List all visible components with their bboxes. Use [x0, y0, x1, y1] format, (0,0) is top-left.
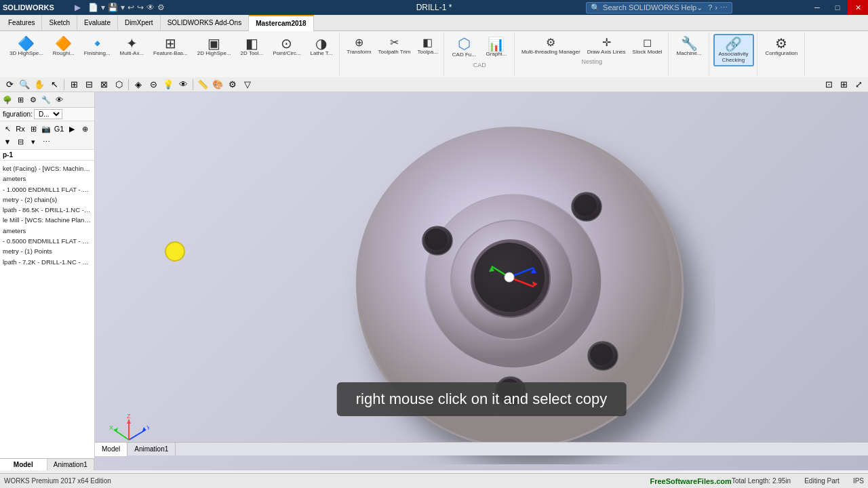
toolpath-trim-btn[interactable]: ✂ Toolpath Trim [376, 34, 414, 57]
tree-item-1[interactable]: ameters [1, 174, 93, 184]
display-style-icon[interactable]: ◈ [132, 78, 145, 92]
cad-fu-btn[interactable]: ⬡ CAD Fu... [448, 34, 480, 60]
status-branding: FreeSoftwareFiles.com [650, 477, 731, 485]
separator-1 [64, 79, 64, 90]
configuration-panel-icon[interactable]: ⚙ [27, 94, 39, 106]
machine-btn[interactable]: 🔧 Machine... [673, 34, 706, 59]
2dtool-icon: ◧ [245, 37, 258, 50]
open-icon[interactable]: ▾ [101, 3, 105, 12]
rx-icon[interactable]: Rx [14, 123, 26, 135]
tab-dimxpert[interactable]: DimXpert [118, 15, 161, 31]
stock-model-btn[interactable]: ◻ Stock Model [630, 34, 665, 57]
multithreading-btn[interactable]: ⚙ Multi-threading Manager [519, 34, 583, 57]
tree-item-3[interactable]: metry - (2) chain(s) [1, 195, 93, 205]
tree-item-7[interactable]: - 0.5000 ENDMILL1 FLAT - 1/2 FL... [1, 236, 93, 246]
expand-icon[interactable]: ⊕ [79, 123, 91, 135]
rebuild-icon[interactable]: ⚙ [157, 3, 165, 12]
maximize-button[interactable]: □ [827, 0, 848, 15]
tools-expand-icon[interactable]: ▼ [1, 136, 14, 148]
svg-text:Z: Z [127, 413, 131, 420]
vbtab-model[interactable]: Model [95, 443, 127, 456]
undo-icon[interactable]: ↩ [127, 3, 134, 12]
viewport-1-icon[interactable]: ⊡ [822, 78, 835, 92]
section-view-icon[interactable]: ⊝ [146, 78, 160, 92]
print-icon[interactable]: ▾ [121, 3, 125, 12]
help-icon[interactable]: ? [708, 3, 712, 12]
settings-icon[interactable]: ⚙ [226, 78, 239, 92]
hide-show-icon[interactable]: 👁 [176, 78, 190, 92]
tools2-icon[interactable]: ⊟ [14, 136, 26, 148]
tab-features[interactable]: Features [1, 15, 42, 31]
camera-icon[interactable]: 📷 [40, 123, 52, 135]
lighting-icon[interactable]: 💡 [161, 78, 175, 92]
roughing-btn[interactable]: 🔶 Roughi... [49, 34, 79, 59]
tab-model[interactable]: Model [0, 459, 47, 470]
display-manager-icon[interactable]: 👁 [53, 94, 65, 106]
minimize-button[interactable]: ─ [807, 0, 827, 15]
close-button[interactable]: ✕ [848, 0, 868, 15]
multiax-btn[interactable]: ✦ Multi-Ax... [116, 34, 149, 59]
redo-icon[interactable]: ↪ [137, 3, 144, 12]
tools3-icon[interactable]: ▾ [27, 136, 39, 148]
arrow-tool-icon[interactable]: ↖ [1, 123, 14, 135]
g1-icon[interactable]: G1 [53, 123, 65, 135]
tab-addons[interactable]: SOLIDWORKS Add-Ons [161, 15, 249, 31]
view-iso-icon[interactable]: ⬡ [112, 78, 125, 92]
zoom-icon[interactable]: 🔍 [18, 78, 31, 92]
tree-item-2[interactable]: - 1.0000 ENDMILL1 FLAT - 1 INCH [1, 184, 93, 195]
pointcirc-btn[interactable]: ⊙ Point/Circ... [269, 34, 304, 59]
cad-fu-icon: ⬡ [458, 37, 471, 52]
configuration-btn[interactable]: ⚙ Configuration [762, 34, 802, 59]
tree-item-0[interactable]: ket (Facing) - [WCS: Machine Pla [1, 163, 93, 174]
grid-icon[interactable]: ⊞ [27, 123, 39, 135]
tree-item-5[interactable]: le Mill - [WCS: Machine Plane] - [1, 215, 93, 225]
property-icon[interactable]: ⊞ [14, 94, 26, 106]
measure-icon[interactable]: 📏 [196, 78, 210, 92]
new-icon[interactable]: 📄 [88, 3, 98, 12]
tooltip-overlay: right mouse click on it and select copy [337, 382, 627, 416]
save-icon[interactable]: 💾 [108, 3, 118, 12]
dots-panel-icon[interactable]: ⋯ [40, 136, 52, 148]
view-front-icon[interactable]: ⊞ [67, 78, 81, 92]
2dtool-btn[interactable]: ◧ 2D Tool... [237, 34, 268, 59]
dots-icon[interactable]: ⋯ [720, 3, 728, 12]
tab-evaluate[interactable]: Evaluate [77, 15, 118, 31]
svg-point-13 [505, 272, 514, 282]
toolpa-btn[interactable]: ◧ Toolpa... [415, 34, 441, 57]
tree-item-6[interactable]: ameters [1, 226, 93, 236]
view-icon[interactable]: 👁 [146, 3, 155, 12]
associativity-btn[interactable]: 🔗 AssociativityChecking [713, 34, 754, 66]
tree-item-9[interactable]: lpath - 7.2K - DRILL-1.NC - Progr... [1, 257, 93, 267]
featurebas-btn[interactable]: ⊞ Feature-Bas... [149, 34, 192, 59]
search-expand-icon[interactable]: ⌄ [696, 3, 703, 12]
vbtab-animation[interactable]: Animation1 [127, 443, 176, 456]
graphi-btn[interactable]: 📊 Graphi... [481, 34, 511, 60]
view-settings-icon[interactable]: ▽ [241, 78, 254, 92]
tab-mastercam[interactable]: Mastercam2018 [249, 15, 314, 31]
config-select[interactable]: D... [34, 109, 62, 119]
roughing-icon: 🔶 [55, 37, 72, 50]
3d-viewport[interactable]: Y X Z Model Animation1 right mouse click… [95, 92, 868, 470]
feature-tree-icon[interactable]: 🌳 [1, 94, 14, 106]
pan-icon[interactable]: ✋ [33, 78, 46, 92]
tree-item-8[interactable]: metry - (1) Points [1, 246, 93, 256]
tab-animation[interactable]: Animation1 [47, 459, 95, 470]
transform-btn[interactable]: ⊕ Transform [344, 34, 374, 57]
play-icon[interactable]: ▶ [66, 123, 78, 135]
view-right-icon[interactable]: ⊠ [97, 78, 111, 92]
2d-highspd-btn[interactable]: ▣ 2D HighSpe... [193, 34, 235, 59]
draw-axis-btn[interactable]: ✛ Draw Axis Lines [585, 34, 629, 57]
3d-highspeed-btn[interactable]: 🔷 3D HighSpe... [5, 34, 47, 59]
select-icon[interactable]: ↖ [47, 78, 61, 92]
finishing-btn[interactable]: 🔹 Finishing... [80, 34, 115, 59]
appearance-icon[interactable]: 🎨 [211, 78, 224, 92]
viewport-2-icon[interactable]: ⊞ [837, 78, 850, 92]
tree-item-4[interactable]: lpath - 86.5K - DRILL-1.NC - Prog [1, 205, 93, 215]
arrow-icon[interactable]: › [715, 3, 717, 12]
cam-icon[interactable]: 🔧 [40, 94, 52, 106]
rotate-icon[interactable]: ⟳ [3, 78, 16, 92]
lathet-btn[interactable]: ◑ Lathe T... [307, 34, 337, 59]
view-top-icon[interactable]: ⊟ [82, 78, 96, 92]
viewport-max-icon[interactable]: ⤢ [852, 78, 865, 92]
tab-sketch[interactable]: Sketch [42, 15, 77, 31]
